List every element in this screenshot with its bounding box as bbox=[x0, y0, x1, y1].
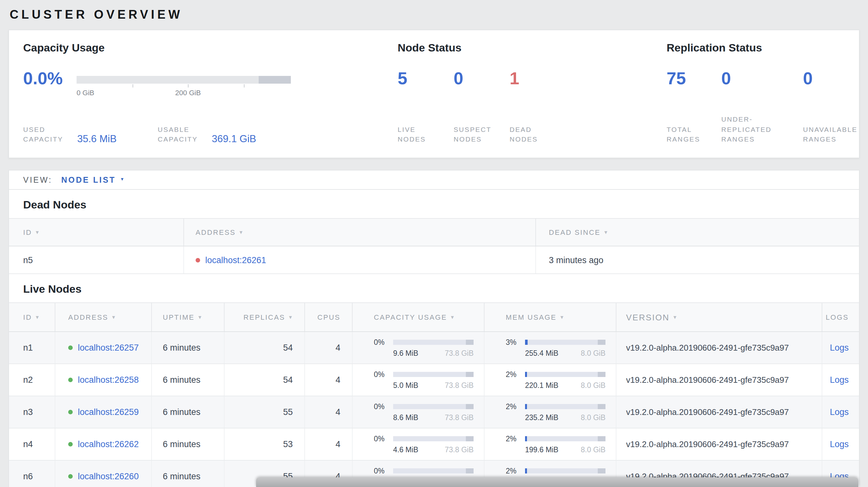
capacity-bar-cap bbox=[466, 468, 473, 474]
live-col-logs[interactable]: LOGS bbox=[822, 303, 859, 331]
mem-usage-cell: 2% 220.1 MiB 8.0 GiB bbox=[485, 364, 616, 396]
used-capacity-label: USED CAPACITY bbox=[23, 125, 69, 145]
node-address-link[interactable]: localhost:26259 bbox=[78, 407, 139, 417]
column-label: UPTIME bbox=[163, 313, 195, 321]
live-col-version[interactable]: VERSION ▾ bbox=[616, 303, 822, 331]
mem-used: 199.6 MiB bbox=[525, 446, 559, 454]
capacity-usage-cell: 0% 9.6 MiB 73.8 GiB bbox=[352, 332, 485, 363]
node-address-link[interactable]: localhost:26262 bbox=[78, 440, 139, 449]
dead-col-address[interactable]: ADDRESS ▾ bbox=[184, 219, 536, 246]
mem-bar-fill bbox=[525, 436, 527, 441]
capacity-other-segment bbox=[259, 76, 291, 84]
dead-nodes-count: 1 bbox=[509, 70, 566, 88]
capacity-used: 5.0 MiB bbox=[393, 382, 418, 389]
mem-percent: 2% bbox=[506, 370, 525, 378]
live-col-uptime[interactable]: UPTIME ▾ bbox=[152, 303, 224, 331]
dead-since-value: 3 minutes ago bbox=[536, 247, 859, 273]
node-replicas: 54 bbox=[224, 332, 305, 363]
node-version: v19.2.0-alpha.20190606-2491-gfe735c9a97 bbox=[616, 396, 822, 428]
view-label: VIEW: bbox=[23, 175, 52, 184]
capacity-usage-section: Capacity Usage 0.0% 0 GiB 200 GiB bbox=[9, 30, 398, 158]
suspect-nodes-stat: 0 SUSPECT NODES bbox=[454, 55, 509, 145]
capacity-usage-cell: 0% 4.6 MiB 73.8 GiB bbox=[352, 428, 485, 460]
dead-col-dead-since[interactable]: DEAD SINCE ▾ bbox=[536, 219, 859, 246]
mem-bar bbox=[525, 372, 606, 377]
node-address-link[interactable]: localhost:26261 bbox=[205, 255, 266, 265]
capacity-usage-chart: 0 GiB 200 GiB bbox=[76, 70, 291, 99]
node-id: n2 bbox=[9, 364, 55, 396]
mem-bar-cap bbox=[598, 436, 606, 441]
node-address-link[interactable]: localhost:26260 bbox=[78, 472, 139, 481]
live-col-capacity-usage[interactable]: CAPACITY USAGE ▾ bbox=[352, 303, 485, 331]
node-id: n5 bbox=[9, 247, 184, 273]
node-live-status-icon bbox=[68, 410, 73, 414]
live-col-replicas[interactable]: REPLICAS ▾ bbox=[224, 303, 305, 331]
column-label: ADDRESS bbox=[196, 228, 236, 236]
mem-total: 8.0 GiB bbox=[581, 382, 606, 389]
dead-nodes-heading: Dead Nodes bbox=[9, 190, 859, 218]
node-logs-link[interactable]: Logs bbox=[830, 343, 849, 353]
node-uptime: 6 minutes bbox=[152, 364, 224, 396]
dead-nodes-table: ID ▾ ADDRESS ▾ DEAD SINCE ▾ n5 localhost… bbox=[9, 218, 859, 274]
unavailable-ranges-stat: 0 UNAVAILABLE RANGES bbox=[803, 55, 859, 145]
table-row: n5 localhost:26261 3 minutes ago bbox=[9, 247, 859, 274]
capacity-percent: 0% bbox=[374, 435, 393, 443]
node-logs-link[interactable]: Logs bbox=[830, 407, 849, 417]
capacity-used: 8.6 MiB bbox=[393, 414, 418, 421]
live-nodes-heading: Live Nodes bbox=[9, 274, 859, 302]
node-address-cell: localhost:26257 bbox=[55, 332, 152, 363]
node-address-cell: localhost:26259 bbox=[55, 396, 152, 428]
mem-usage-cell: 2% 235.2 MiB 8.0 GiB bbox=[485, 396, 616, 428]
live-nodes-table: ID ▾ ADDRESS ▾ UPTIME ▾ REPLICAS ▾ CPUS bbox=[9, 302, 859, 487]
node-address-link[interactable]: localhost:26257 bbox=[78, 343, 139, 353]
node-id: n4 bbox=[9, 428, 55, 460]
sort-arrow-icon: ▾ bbox=[198, 314, 203, 320]
mem-usage-cell: 2% 199.6 MiB 8.0 GiB bbox=[485, 428, 616, 460]
node-logs-link[interactable]: Logs bbox=[830, 375, 849, 385]
dead-nodes-label: DEAD NODES bbox=[509, 125, 552, 145]
capacity-bar-cap bbox=[466, 404, 473, 409]
dead-col-id[interactable]: ID ▾ bbox=[9, 219, 184, 246]
node-address-link[interactable]: localhost:26258 bbox=[78, 375, 139, 385]
column-label: ID bbox=[23, 228, 32, 236]
under-replicated-ranges-stat: 0 UNDER-REPLICATED RANGES bbox=[721, 55, 803, 145]
mem-bar bbox=[525, 404, 606, 409]
node-id: n1 bbox=[9, 332, 55, 363]
column-label: CAPACITY USAGE bbox=[374, 313, 447, 321]
node-dead-status-icon bbox=[196, 258, 200, 262]
mem-used: 235.2 MiB bbox=[525, 414, 559, 421]
usable-capacity-stat: USABLE CAPACITY 369.1 GiB bbox=[158, 125, 256, 145]
live-col-mem-usage[interactable]: MEM USAGE ▾ bbox=[485, 303, 616, 331]
node-cpus: 4 bbox=[305, 364, 352, 396]
capacity-axis: 0 GiB 200 GiB bbox=[76, 84, 291, 99]
sort-arrow-icon: ▾ bbox=[451, 314, 455, 320]
sort-arrow-icon: ▾ bbox=[240, 229, 244, 235]
node-version: v19.2.0-alpha.20190606-2491-gfe735c9a97 bbox=[616, 332, 822, 363]
live-nodes-table-header: ID ▾ ADDRESS ▾ UPTIME ▾ REPLICAS ▾ CPUS bbox=[9, 302, 859, 332]
node-uptime: 6 minutes bbox=[152, 396, 224, 428]
mem-used: 255.4 MiB bbox=[525, 349, 559, 357]
view-mode-dropdown[interactable]: NODE LIST ▾ bbox=[61, 175, 123, 184]
axis-tick-mark bbox=[132, 84, 133, 88]
live-col-cpus[interactable]: CPUS bbox=[305, 303, 352, 331]
table-row: n1 localhost:26257 6 minutes 54 4 0% bbox=[9, 332, 859, 364]
column-label: VERSION bbox=[626, 312, 670, 322]
dead-nodes-table-header: ID ▾ ADDRESS ▾ DEAD SINCE ▾ bbox=[9, 218, 859, 247]
under-replicated-ranges-label: UNDER-REPLICATED RANGES bbox=[721, 115, 775, 145]
node-uptime: 6 minutes bbox=[152, 332, 224, 363]
live-col-address[interactable]: ADDRESS ▾ bbox=[55, 303, 152, 331]
capacity-percent: 0% bbox=[374, 467, 393, 475]
total-ranges-label: TOTAL RANGES bbox=[666, 125, 721, 145]
view-bar: VIEW: NODE LIST ▾ bbox=[9, 170, 859, 190]
node-cpus: 4 bbox=[305, 396, 352, 428]
capacity-used: 4.6 MiB bbox=[393, 446, 418, 454]
sort-arrow-icon: ▾ bbox=[673, 314, 677, 320]
mem-total: 8.0 GiB bbox=[581, 446, 606, 454]
node-id: n6 bbox=[9, 461, 55, 487]
column-label: CPUS bbox=[317, 313, 340, 321]
capacity-usage-cell: 0% 8.6 MiB 73.8 GiB bbox=[352, 396, 485, 428]
node-logs-link[interactable]: Logs bbox=[830, 440, 849, 449]
live-nodes-stat: 5 LIVE NODES bbox=[398, 55, 454, 145]
sort-arrow-icon: ▾ bbox=[36, 314, 39, 320]
live-col-id[interactable]: ID ▾ bbox=[9, 303, 55, 331]
